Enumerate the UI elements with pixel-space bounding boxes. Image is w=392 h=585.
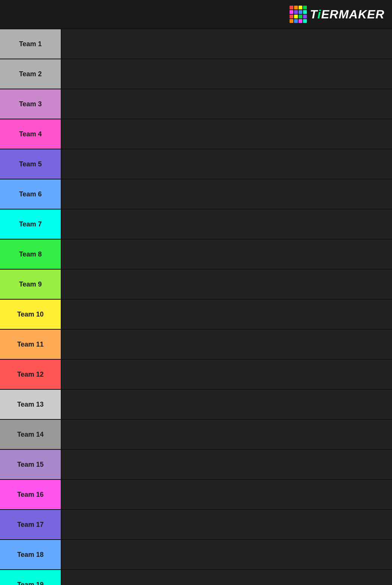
tier-content-8: [61, 240, 392, 269]
tier-row-7: Team 7: [0, 210, 392, 240]
tier-list: TiERMAKER Team 1Team 2Team 3Team 4Team 5…: [0, 0, 392, 585]
tier-row-9: Team 9: [0, 270, 392, 300]
tier-label-3: Team 3: [0, 89, 61, 119]
tier-label-2: Team 2: [0, 59, 61, 89]
tier-row-12: Team 12: [0, 360, 392, 390]
logo-cell-10: [299, 15, 302, 18]
tier-content-4: [61, 119, 392, 149]
tier-row-11: Team 11: [0, 330, 392, 360]
tier-content-19: [61, 570, 392, 585]
logo-cell-13: [294, 19, 298, 23]
logo-cell-5: [294, 10, 298, 14]
tier-row-5: Team 5: [0, 149, 392, 179]
tier-row-10: Team 10: [0, 300, 392, 330]
tier-content-2: [61, 59, 392, 89]
tier-row-15: Team 15: [0, 450, 392, 480]
logo-cell-15: [303, 19, 307, 23]
tier-content-3: [61, 89, 392, 119]
tier-content-7: [61, 210, 392, 239]
tier-content-5: [61, 149, 392, 179]
tier-row-19: Team 19: [0, 570, 392, 585]
tier-label-10: Team 10: [0, 300, 61, 329]
tier-row-17: Team 17: [0, 510, 392, 540]
header-row: TiERMAKER: [0, 0, 392, 29]
tier-content-9: [61, 270, 392, 299]
logo-cell-14: [299, 19, 302, 23]
logo-cell-9: [294, 15, 298, 18]
tier-content-16: [61, 480, 392, 509]
tier-label-16: Team 16: [0, 480, 61, 509]
logo-text: TiERMAKER: [310, 8, 384, 21]
tier-label-4: Team 4: [0, 119, 61, 149]
tier-label-15: Team 15: [0, 450, 61, 479]
tier-content-1: [61, 29, 392, 59]
logo-cell-2: [299, 6, 302, 9]
logo-cell-4: [290, 10, 293, 14]
tier-label-11: Team 11: [0, 330, 61, 359]
tier-content-12: [61, 360, 392, 389]
tier-row-13: Team 13: [0, 390, 392, 420]
logo-cell-8: [290, 15, 293, 18]
tier-label-17: Team 17: [0, 510, 61, 539]
tier-content-13: [61, 390, 392, 419]
tier-label-6: Team 6: [0, 179, 61, 209]
tier-content-18: [61, 540, 392, 569]
tier-row-8: Team 8: [0, 240, 392, 270]
logo-cell-0: [290, 6, 293, 9]
tier-label-5: Team 5: [0, 149, 61, 179]
tier-row-6: Team 6: [0, 179, 392, 210]
logo-cell-3: [303, 6, 307, 9]
tier-row-18: Team 18: [0, 540, 392, 570]
tier-row-16: Team 16: [0, 480, 392, 510]
tier-row-3: Team 3: [0, 89, 392, 119]
logo-container: TiERMAKER: [290, 6, 384, 23]
tier-content-14: [61, 420, 392, 449]
tier-row-4: Team 4: [0, 119, 392, 149]
tier-content-15: [61, 450, 392, 479]
tier-label-8: Team 8: [0, 240, 61, 269]
tier-label-19: Team 19: [0, 570, 61, 585]
tier-row-1: Team 1: [0, 29, 392, 59]
logo-grid: [290, 6, 307, 23]
tier-label-7: Team 7: [0, 210, 61, 239]
logo-cell-11: [303, 15, 307, 18]
tier-content-17: [61, 510, 392, 539]
tier-label-1: Team 1: [0, 29, 61, 59]
tier-row-14: Team 14: [0, 420, 392, 450]
logo-cell-12: [290, 19, 293, 23]
tier-row-2: Team 2: [0, 59, 392, 89]
logo-cell-1: [294, 6, 298, 9]
logo-cell-6: [299, 10, 302, 14]
tier-label-9: Team 9: [0, 270, 61, 299]
tier-label-13: Team 13: [0, 390, 61, 419]
tier-content-11: [61, 330, 392, 359]
logo-cell-7: [303, 10, 307, 14]
tier-label-12: Team 12: [0, 360, 61, 389]
tier-content-10: [61, 300, 392, 329]
tier-label-18: Team 18: [0, 540, 61, 569]
tier-label-14: Team 14: [0, 420, 61, 449]
tier-content-6: [61, 179, 392, 209]
